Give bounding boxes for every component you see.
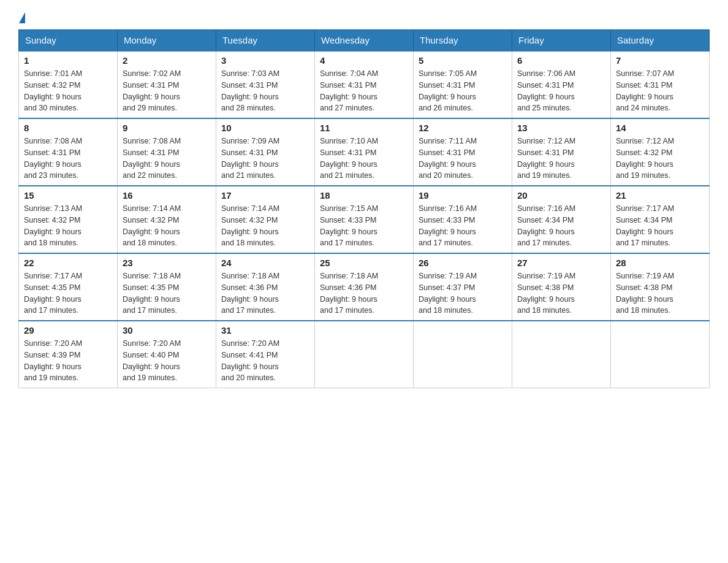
day-number-17: 17 — [221, 190, 309, 201]
day-cell-23: 23Sunrise: 7:18 AMSunset: 4:35 PMDayligh… — [118, 253, 216, 321]
day-cell-2: 2Sunrise: 7:02 AMSunset: 4:31 PMDaylight… — [118, 51, 216, 118]
day-number-21: 21 — [616, 190, 704, 201]
day-number-25: 25 — [320, 258, 408, 268]
day-info-29: Sunrise: 7:20 AMSunset: 4:39 PMDaylight:… — [24, 338, 112, 384]
week-row-4: 22Sunrise: 7:17 AMSunset: 4:35 PMDayligh… — [19, 253, 710, 321]
day-info-17: Sunrise: 7:14 AMSunset: 4:32 PMDaylight:… — [221, 203, 309, 249]
day-number-12: 12 — [419, 123, 507, 133]
week-row-1: 1Sunrise: 7:01 AMSunset: 4:32 PMDaylight… — [19, 51, 710, 118]
day-info-30: Sunrise: 7:20 AMSunset: 4:40 PMDaylight:… — [123, 338, 211, 384]
day-cell-7: 7Sunrise: 7:07 AMSunset: 4:31 PMDaylight… — [611, 51, 710, 118]
day-info-23: Sunrise: 7:18 AMSunset: 4:35 PMDaylight:… — [123, 270, 211, 316]
day-number-29: 29 — [24, 325, 112, 335]
day-number-20: 20 — [517, 190, 605, 201]
empty-cell — [315, 321, 414, 388]
day-info-7: Sunrise: 7:07 AMSunset: 4:31 PMDaylight:… — [616, 68, 704, 114]
day-number-5: 5 — [419, 55, 507, 66]
day-cell-21: 21Sunrise: 7:17 AMSunset: 4:34 PMDayligh… — [611, 186, 710, 253]
week-row-3: 15Sunrise: 7:13 AMSunset: 4:32 PMDayligh… — [19, 186, 710, 253]
day-number-22: 22 — [24, 258, 112, 268]
weekday-header-wednesday: Wednesday — [315, 30, 414, 52]
day-info-19: Sunrise: 7:16 AMSunset: 4:33 PMDaylight:… — [419, 203, 507, 249]
day-number-19: 19 — [419, 190, 507, 201]
day-cell-9: 9Sunrise: 7:08 AMSunset: 4:31 PMDaylight… — [118, 118, 216, 186]
day-number-14: 14 — [616, 123, 704, 133]
day-info-20: Sunrise: 7:16 AMSunset: 4:34 PMDaylight:… — [517, 203, 605, 249]
day-cell-15: 15Sunrise: 7:13 AMSunset: 4:32 PMDayligh… — [19, 186, 118, 253]
day-number-2: 2 — [123, 55, 211, 66]
week-row-5: 29Sunrise: 7:20 AMSunset: 4:39 PMDayligh… — [19, 321, 710, 388]
day-number-10: 10 — [221, 123, 309, 133]
day-cell-31: 31Sunrise: 7:20 AMSunset: 4:41 PMDayligh… — [216, 321, 315, 388]
day-cell-19: 19Sunrise: 7:16 AMSunset: 4:33 PMDayligh… — [414, 186, 512, 253]
logo — [18, 12, 26, 23]
day-number-1: 1 — [24, 55, 112, 66]
day-info-24: Sunrise: 7:18 AMSunset: 4:36 PMDaylight:… — [221, 270, 309, 316]
day-number-4: 4 — [320, 55, 408, 66]
day-cell-16: 16Sunrise: 7:14 AMSunset: 4:32 PMDayligh… — [118, 186, 216, 253]
day-cell-12: 12Sunrise: 7:11 AMSunset: 4:31 PMDayligh… — [414, 118, 512, 186]
logo-triangle-icon — [19, 12, 25, 23]
weekday-header-saturday: Saturday — [611, 30, 710, 52]
empty-cell — [414, 321, 512, 388]
day-cell-22: 22Sunrise: 7:17 AMSunset: 4:35 PMDayligh… — [19, 253, 118, 321]
day-info-28: Sunrise: 7:19 AMSunset: 4:38 PMDaylight:… — [616, 270, 704, 316]
day-number-31: 31 — [221, 325, 309, 335]
day-info-15: Sunrise: 7:13 AMSunset: 4:32 PMDaylight:… — [24, 203, 112, 249]
day-cell-28: 28Sunrise: 7:19 AMSunset: 4:38 PMDayligh… — [611, 253, 710, 321]
day-number-6: 6 — [517, 55, 605, 66]
weekday-header-friday: Friday — [512, 30, 611, 52]
day-number-11: 11 — [320, 123, 408, 133]
week-row-2: 8Sunrise: 7:08 AMSunset: 4:31 PMDaylight… — [19, 118, 710, 186]
day-info-27: Sunrise: 7:19 AMSunset: 4:38 PMDaylight:… — [517, 270, 605, 316]
weekday-header-monday: Monday — [118, 30, 216, 52]
day-info-9: Sunrise: 7:08 AMSunset: 4:31 PMDaylight:… — [123, 136, 211, 182]
day-cell-13: 13Sunrise: 7:12 AMSunset: 4:31 PMDayligh… — [512, 118, 611, 186]
day-info-10: Sunrise: 7:09 AMSunset: 4:31 PMDaylight:… — [221, 136, 309, 182]
day-number-8: 8 — [24, 123, 112, 133]
day-cell-18: 18Sunrise: 7:15 AMSunset: 4:33 PMDayligh… — [315, 186, 414, 253]
day-number-28: 28 — [616, 258, 704, 268]
day-cell-4: 4Sunrise: 7:04 AMSunset: 4:31 PMDaylight… — [315, 51, 414, 118]
day-cell-3: 3Sunrise: 7:03 AMSunset: 4:31 PMDaylight… — [216, 51, 315, 118]
day-info-1: Sunrise: 7:01 AMSunset: 4:32 PMDaylight:… — [24, 68, 112, 114]
day-info-14: Sunrise: 7:12 AMSunset: 4:32 PMDaylight:… — [616, 136, 704, 182]
day-number-24: 24 — [221, 258, 309, 268]
day-number-7: 7 — [616, 55, 704, 66]
weekday-header-thursday: Thursday — [414, 30, 512, 52]
day-number-16: 16 — [123, 190, 211, 201]
day-cell-10: 10Sunrise: 7:09 AMSunset: 4:31 PMDayligh… — [216, 118, 315, 186]
day-info-8: Sunrise: 7:08 AMSunset: 4:31 PMDaylight:… — [24, 136, 112, 182]
day-number-23: 23 — [123, 258, 211, 268]
day-cell-11: 11Sunrise: 7:10 AMSunset: 4:31 PMDayligh… — [315, 118, 414, 186]
day-info-11: Sunrise: 7:10 AMSunset: 4:31 PMDaylight:… — [320, 136, 408, 182]
day-number-18: 18 — [320, 190, 408, 201]
day-cell-1: 1Sunrise: 7:01 AMSunset: 4:32 PMDaylight… — [19, 51, 118, 118]
day-info-12: Sunrise: 7:11 AMSunset: 4:31 PMDaylight:… — [419, 136, 507, 182]
day-info-21: Sunrise: 7:17 AMSunset: 4:34 PMDaylight:… — [616, 203, 704, 249]
day-number-13: 13 — [517, 123, 605, 133]
calendar-table: SundayMondayTuesdayWednesdayThursdayFrid… — [18, 29, 710, 388]
day-info-6: Sunrise: 7:06 AMSunset: 4:31 PMDaylight:… — [517, 68, 605, 114]
day-info-2: Sunrise: 7:02 AMSunset: 4:31 PMDaylight:… — [123, 68, 211, 114]
empty-cell — [611, 321, 710, 388]
day-cell-8: 8Sunrise: 7:08 AMSunset: 4:31 PMDaylight… — [19, 118, 118, 186]
day-info-25: Sunrise: 7:18 AMSunset: 4:36 PMDaylight:… — [320, 270, 408, 316]
day-number-26: 26 — [419, 258, 507, 268]
weekday-header-tuesday: Tuesday — [216, 30, 315, 52]
day-cell-24: 24Sunrise: 7:18 AMSunset: 4:36 PMDayligh… — [216, 253, 315, 321]
weekday-header-sunday: Sunday — [19, 30, 118, 52]
day-cell-26: 26Sunrise: 7:19 AMSunset: 4:37 PMDayligh… — [414, 253, 512, 321]
day-number-3: 3 — [221, 55, 309, 66]
day-cell-27: 27Sunrise: 7:19 AMSunset: 4:38 PMDayligh… — [512, 253, 611, 321]
day-cell-14: 14Sunrise: 7:12 AMSunset: 4:32 PMDayligh… — [611, 118, 710, 186]
day-cell-20: 20Sunrise: 7:16 AMSunset: 4:34 PMDayligh… — [512, 186, 611, 253]
day-number-9: 9 — [123, 123, 211, 133]
day-info-26: Sunrise: 7:19 AMSunset: 4:37 PMDaylight:… — [419, 270, 507, 316]
day-cell-6: 6Sunrise: 7:06 AMSunset: 4:31 PMDaylight… — [512, 51, 611, 118]
day-number-15: 15 — [24, 190, 112, 201]
day-info-31: Sunrise: 7:20 AMSunset: 4:41 PMDaylight:… — [221, 338, 309, 384]
empty-cell — [512, 321, 611, 388]
day-cell-30: 30Sunrise: 7:20 AMSunset: 4:40 PMDayligh… — [118, 321, 216, 388]
weekday-header-row: SundayMondayTuesdayWednesdayThursdayFrid… — [19, 30, 710, 52]
